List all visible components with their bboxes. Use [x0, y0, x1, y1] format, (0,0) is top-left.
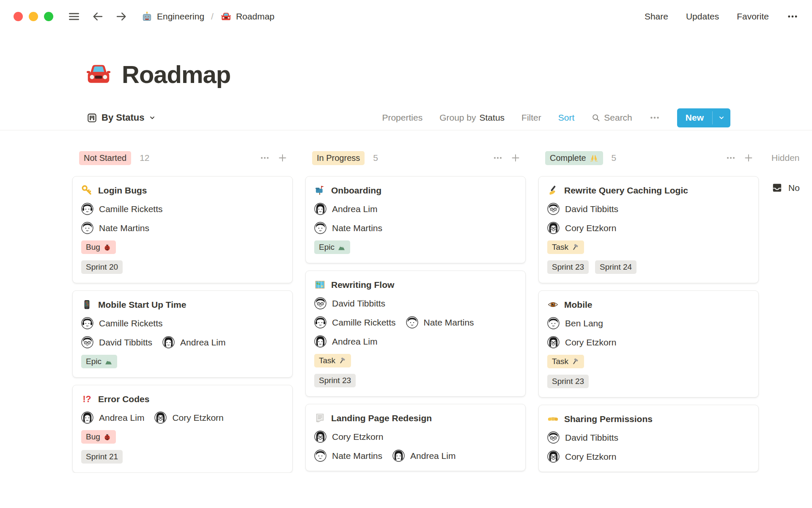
- properties-button[interactable]: Properties: [382, 113, 422, 123]
- sort-button[interactable]: Sort: [558, 113, 575, 123]
- person-chip: David Tibbitts: [81, 336, 152, 348]
- top-bar: Engineering / Roadmap Share Updates Favo…: [0, 0, 812, 33]
- column-status-badge[interactable]: Not Started: [79, 151, 131, 165]
- avatar: [81, 336, 93, 348]
- column-add-card-button[interactable]: [743, 153, 754, 163]
- person-row: Nate Martins: [314, 222, 517, 234]
- card-title: Mobile: [564, 300, 593, 310]
- new-dropdown-button[interactable]: [713, 108, 730, 127]
- tag-row: Task: [314, 354, 517, 367]
- minimize-window-button[interactable]: [29, 12, 38, 21]
- person-chip: David Tibbitts: [547, 431, 618, 444]
- person-row: Cory Etzkorn: [547, 336, 750, 348]
- column-status-badge[interactable]: Complete: [545, 151, 603, 165]
- person-name: Cory Etzkorn: [565, 223, 616, 233]
- person-chip: Andrea Lim: [81, 411, 144, 424]
- filter-button[interactable]: Filter: [521, 113, 541, 123]
- updates-button[interactable]: Updates: [686, 11, 719, 22]
- favorite-button[interactable]: Favorite: [737, 11, 769, 22]
- handshake-icon: [547, 413, 559, 425]
- board-card[interactable]: Landing Page RedesignCory EtzkornNate Ma…: [305, 404, 526, 471]
- person-name: Camille Ricketts: [332, 318, 396, 328]
- avatar: [547, 336, 560, 348]
- column-count: 5: [373, 153, 378, 163]
- card-title: Error Codes: [98, 394, 149, 404]
- raised-hands-icon: [590, 154, 598, 163]
- hidden-group-no-status[interactable]: No: [771, 182, 800, 193]
- card-title: Rewrite Query Caching Logic: [564, 185, 688, 196]
- board-card[interactable]: MobileBen LangCory EtzkornTaskSprint 23: [538, 290, 759, 398]
- breadcrumb-item-roadmap[interactable]: Roadmap: [220, 11, 274, 22]
- board-card[interactable]: OnboardingAndrea LimNate MartinsEpic: [305, 176, 526, 263]
- column-add-card-button[interactable]: [510, 153, 521, 163]
- hidden-columns-toggle[interactable]: Hidden: [771, 151, 800, 165]
- zoom-window-button[interactable]: [44, 12, 53, 21]
- avatar: [154, 411, 167, 424]
- more-options-button[interactable]: [787, 11, 798, 22]
- person-name: David Tibbitts: [99, 337, 152, 348]
- person-chip: Andrea Lim: [392, 450, 455, 462]
- page-car-icon[interactable]: [85, 61, 112, 88]
- page-header: Roadmap: [85, 60, 812, 88]
- tag: Sprint 21: [81, 450, 123, 464]
- column-header: In Progress5: [305, 151, 526, 165]
- breadcrumb-item-engineering[interactable]: Engineering: [141, 11, 204, 22]
- person-chip: Camille Ricketts: [81, 203, 163, 215]
- column-count: 5: [612, 153, 617, 163]
- person-row: Cory Etzkorn: [547, 450, 750, 463]
- search-button[interactable]: Search: [591, 113, 632, 123]
- board-column: Complete5Rewrite Query Caching LogicDavi…: [538, 151, 759, 472]
- column-more-button[interactable]: [493, 153, 503, 163]
- mountain-icon: [337, 243, 346, 251]
- person-row: Ben Lang: [547, 317, 750, 329]
- board-card[interactable]: Login BugsCamille RickettsNate MartinsBu…: [72, 176, 293, 283]
- window-controls: [14, 12, 53, 21]
- interrobang-icon: !?: [81, 393, 93, 405]
- tag-row: Epic: [81, 355, 284, 368]
- tag: Epic: [314, 240, 350, 254]
- group-by-button[interactable]: Group by Status: [439, 113, 505, 123]
- board-card[interactable]: Mobile Start Up TimeCamille RickettsDavi…: [72, 290, 293, 378]
- column-cards: OnboardingAndrea LimNate MartinsEpicRewr…: [305, 176, 526, 471]
- person-row: Andrea Lim: [314, 335, 517, 348]
- board-card[interactable]: Sharing PermissionsDavid TibbittsCory Et…: [538, 405, 759, 472]
- column-add-card-button[interactable]: [277, 153, 288, 163]
- sidebar-toggle-button[interactable]: [68, 10, 80, 23]
- close-window-button[interactable]: [14, 12, 23, 21]
- tag-label: Sprint 23: [552, 377, 584, 386]
- new-button[interactable]: New: [677, 108, 712, 127]
- tag: Sprint 24: [595, 260, 636, 274]
- tag-row: Epic: [314, 240, 517, 254]
- person-row: Andrea LimCory Etzkorn: [81, 411, 284, 424]
- forward-button[interactable]: [115, 10, 128, 23]
- back-button[interactable]: [91, 10, 104, 23]
- view-more-button[interactable]: [649, 112, 660, 123]
- chevron-down-icon: [148, 114, 156, 121]
- column-more-button[interactable]: [260, 153, 270, 163]
- column-more-button[interactable]: [726, 153, 736, 163]
- page-title[interactable]: Roadmap: [122, 60, 230, 88]
- chevron-down-icon: [718, 114, 725, 121]
- tag-label: Sprint 23: [552, 262, 584, 272]
- card-title: Onboarding: [331, 185, 381, 196]
- avatar: [406, 316, 418, 329]
- person-row: Camille Ricketts: [81, 203, 284, 215]
- robot-icon: [141, 11, 153, 22]
- column-status-badge[interactable]: In Progress: [312, 151, 365, 165]
- person-chip: Nate Martins: [406, 316, 474, 329]
- person-chip: Andrea Lim: [314, 335, 377, 348]
- person-chip: Camille Ricketts: [81, 317, 163, 329]
- view-switcher-by-status[interactable]: By Status: [87, 112, 156, 123]
- board-card[interactable]: Rewrite Query Caching LogicDavid Tibbitt…: [538, 176, 759, 283]
- tag-row: Sprint 20: [81, 260, 284, 274]
- board-card[interactable]: !?Error CodesAndrea LimCory EtzkornBugSp…: [72, 385, 293, 473]
- avatar: [81, 222, 93, 234]
- tag-label: Sprint 23: [319, 376, 351, 385]
- dots-icon: [787, 11, 798, 22]
- card-title: Rewriting Flow: [331, 280, 394, 290]
- person-chip: Nate Martins: [314, 450, 382, 462]
- share-button[interactable]: Share: [645, 11, 668, 22]
- board-card[interactable]: Rewriting FlowDavid TibbittsCamille Rick…: [305, 271, 526, 397]
- person-name: David Tibbitts: [565, 204, 618, 214]
- avatar: [162, 336, 175, 348]
